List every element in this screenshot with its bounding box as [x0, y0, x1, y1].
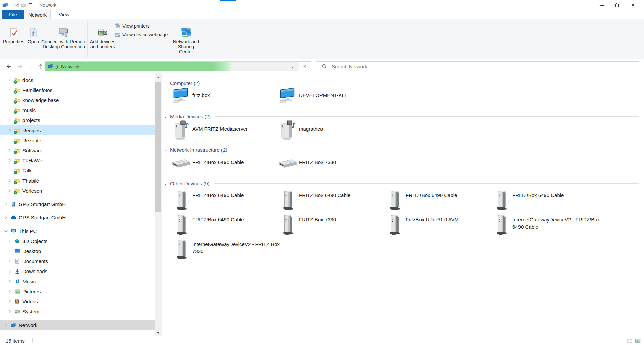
chevron-right-icon[interactable]: [7, 107, 12, 113]
minimize-button[interactable]: —: [594, 0, 610, 10]
scroll-up-icon[interactable]: ▲: [155, 73, 162, 80]
chevron-right-icon[interactable]: [7, 148, 12, 153]
tree-scrollbar[interactable]: ▲ ▼: [155, 73, 162, 336]
chevron-right-icon[interactable]: [4, 201, 8, 207]
sidebar-item-network[interactable]: Network: [0, 320, 155, 330]
sidebar-item-documents[interactable]: Documents: [0, 256, 155, 266]
device-item-fritz-box[interactable]: fritz.box: [172, 87, 288, 104]
collapse-chevron-icon[interactable]: ⌄: [164, 181, 170, 186]
sidebar-item-gps-stuttgart-onedrive[interactable]: GPS Stuttgart GmbH: [0, 212, 155, 223]
chevron-right-icon[interactable]: [7, 128, 12, 133]
network-sharing-center-button[interactable]: Network and Sharing Center: [170, 20, 202, 54]
chevron-right-icon[interactable]: [4, 215, 8, 220]
device-item-other-6[interactable]: FritzBox UPnP/1.0 AVM: [388, 214, 501, 236]
sidebar-item-gps-stuttgart-sharepoint[interactable]: GPS Stuttgart GmbH: [0, 199, 155, 209]
sidebar-item-tahawe[interactable]: ↻ TäHaWe: [0, 155, 155, 165]
chevron-right-icon[interactable]: [7, 87, 12, 93]
address-bar[interactable]: ❯ Network ⌄ ✕: [45, 61, 311, 71]
device-item-other-1[interactable]: FRITZ!Box 6490 Cable: [282, 190, 395, 211]
sidebar-item-desktop[interactable]: Desktop: [0, 246, 155, 256]
chevron-right-icon[interactable]: [4, 322, 8, 328]
collapse-chevron-icon[interactable]: ⌄: [164, 81, 170, 85]
sidebar-item-this-pc[interactable]: This PC: [0, 226, 155, 236]
sidebar-item-recipes[interactable]: ✓ Recipes: [0, 125, 155, 135]
scrollbar-thumb[interactable]: [155, 82, 161, 212]
sidebar-item-knowledge-base[interactable]: ✓ knowledge base: [0, 95, 155, 105]
chevron-right-icon[interactable]: [7, 289, 12, 294]
chevron-down-icon[interactable]: [4, 228, 8, 234]
sidebar-item-docs[interactable]: ✓ docs: [0, 75, 155, 85]
chevron-right-icon[interactable]: [7, 188, 12, 193]
sidebar-item-music-folder[interactable]: ✓ music: [0, 105, 155, 115]
breadcrumb-item-network[interactable]: Network: [61, 64, 80, 69]
sidebar-item-videos[interactable]: Videos: [0, 296, 155, 306]
close-button[interactable]: ✕: [625, 0, 641, 10]
sidebar-item-projects[interactable]: ✓ projects: [0, 115, 155, 125]
open-button[interactable]: Open: [26, 20, 41, 44]
sidebar-item-pictures[interactable]: Pictures: [0, 286, 155, 296]
address-dropdown-icon[interactable]: ⌄: [287, 62, 298, 71]
tab-file[interactable]: File: [2, 10, 24, 19]
device-item-other-0[interactable]: FRITZ!Box 6490 Cable: [175, 190, 288, 211]
device-item-fritzbox-7330-router[interactable]: FRITZ!Box 7330: [278, 156, 395, 169]
sidebar-item-downloads[interactable]: Downloads: [0, 266, 155, 276]
add-devices-button[interactable]: Add devices and printers: [90, 20, 116, 49]
sidebar-item-system[interactable]: System: [0, 306, 155, 316]
properties-button[interactable]: Properties: [2, 20, 25, 44]
sidebar-item-rezepte[interactable]: ✓ Rezepte: [0, 135, 155, 145]
chevron-right-icon[interactable]: [7, 238, 12, 244]
sidebar-item-talk[interactable]: ✓ Talk: [0, 165, 155, 176]
qat-newfolder-icon[interactable]: [20, 1, 27, 9]
device-item-other-5[interactable]: FRITZ!Box 7330: [282, 214, 395, 236]
thumbnail-view-icon[interactable]: [635, 338, 641, 344]
search-box[interactable]: Search Network: [316, 61, 639, 71]
remote-desktop-button[interactable]: Connect with Remote Desktop Connection: [41, 20, 87, 49]
device-item-other-7[interactable]: InternetGatewayDeviceV2 - FRITZ!Box 6490…: [495, 214, 608, 236]
device-item-magrathea[interactable]: magrathea: [280, 120, 395, 141]
sidebar-item-vorlesen[interactable]: ✓ Vorlesen: [0, 186, 155, 196]
device-item-fritzbox-6490-router[interactable]: FRITZ!Box 6490 Cable: [171, 156, 288, 169]
sidebar-item-3d-objects[interactable]: 3D Objects: [0, 236, 155, 246]
chevron-right-icon[interactable]: [7, 279, 12, 284]
device-item-avm-mediaserver[interactable]: AVM FRITZ!Mediaserver: [174, 120, 288, 141]
chevron-right-icon[interactable]: [7, 299, 12, 304]
breadcrumb-chevron-icon[interactable]: ❯: [56, 64, 59, 69]
forward-button[interactable]: [17, 59, 25, 73]
section-header-media-devices[interactable]: ⌄ Media Devices (2): [164, 113, 639, 120]
view-printers-button[interactable]: View printers: [115, 22, 150, 30]
details-view-icon[interactable]: [627, 338, 632, 344]
up-button[interactable]: [36, 59, 44, 73]
restore-button[interactable]: [610, 0, 625, 10]
tab-view[interactable]: View: [51, 10, 78, 19]
sidebar-item-software[interactable]: ✓ Software: [0, 145, 155, 155]
sidebar-item-thabile[interactable]: ✓ Thabilé: [0, 176, 155, 186]
chevron-right-icon[interactable]: [7, 178, 12, 183]
chevron-right-icon[interactable]: [7, 248, 12, 254]
qat-customize-dropdown-icon[interactable]: ⌄: [27, 1, 34, 9]
sidebar-item-music[interactable]: Music: [0, 276, 155, 286]
device-item-other-4[interactable]: FRITZ!Box 6490 Cable: [175, 214, 288, 236]
collapse-chevron-icon[interactable]: ⌄: [164, 114, 170, 119]
device-item-other-3[interactable]: FRITZ!Box 6490 Cable: [495, 190, 608, 211]
chevron-right-icon[interactable]: [7, 117, 12, 123]
scroll-down-icon[interactable]: ▼: [155, 329, 162, 336]
view-device-webpage-button[interactable]: View device webpage: [115, 31, 168, 39]
back-button[interactable]: [4, 59, 12, 73]
tab-network[interactable]: Network: [24, 10, 51, 19]
chevron-right-icon[interactable]: [7, 258, 12, 264]
section-header-computer[interactable]: ⌄ Computer (2): [164, 80, 639, 86]
device-item-development-klt[interactable]: DEVELOPMENT-KLT: [279, 87, 395, 104]
chevron-right-icon[interactable]: [7, 268, 12, 274]
chevron-right-icon[interactable]: [7, 309, 12, 314]
stop-refresh-icon[interactable]: ✕: [299, 62, 311, 71]
sidebar-item-familienfotos[interactable]: ↻ Familienfotos: [0, 85, 155, 95]
device-item-other-8[interactable]: InternetGatewayDeviceV2 - FRITZ!Box 7330: [175, 239, 288, 260]
collapse-chevron-icon[interactable]: ⌄: [164, 148, 170, 152]
chevron-right-icon[interactable]: [7, 158, 12, 163]
recent-locations-dropdown-icon[interactable]: ⌄: [28, 59, 34, 73]
qat-properties-icon[interactable]: [13, 1, 20, 9]
chevron-right-icon[interactable]: [7, 77, 12, 83]
section-header-other-devices[interactable]: ⌄ Other Devices (9): [164, 180, 639, 187]
device-item-other-2[interactable]: FRITZ!Box 6490 Cable: [388, 190, 501, 211]
section-header-network-infrastructure[interactable]: ⌄ Network Infrastructure (2): [164, 146, 639, 153]
